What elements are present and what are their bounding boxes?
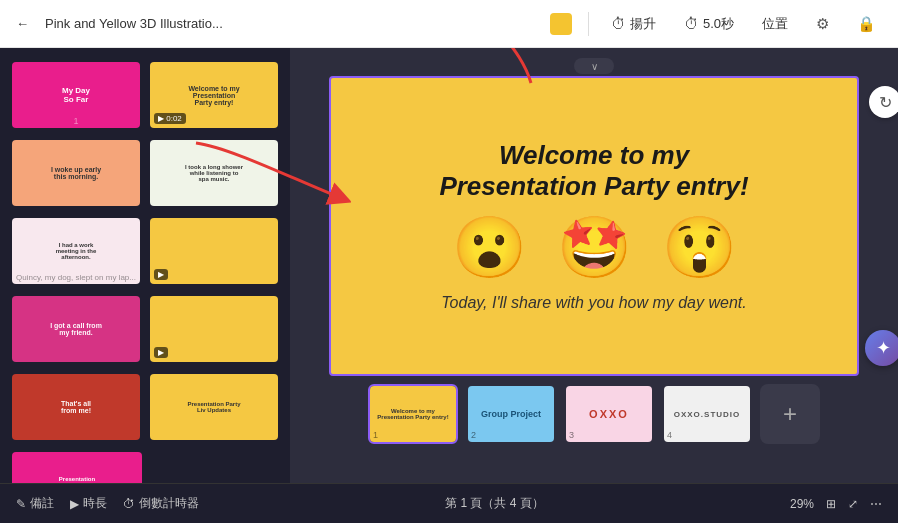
add-slide-button[interactable]: +	[760, 384, 820, 444]
sparkle-button[interactable]: ✦	[865, 330, 898, 366]
duration-icon: ▶	[70, 497, 79, 511]
strip-3-text: OXXO	[587, 406, 631, 422]
slide-7-title: I got a call frommy friend.	[48, 320, 104, 338]
adjust-icon: ⚙	[816, 15, 829, 33]
emoji-3: 😲	[662, 218, 737, 278]
strip-toggle[interactable]: ∨	[574, 58, 614, 74]
slide-thumb-6[interactable]: ▶	[148, 216, 280, 286]
slide-row-4: I got a call frommy friend. ▶	[0, 290, 290, 368]
refresh-button[interactable]: ↻	[869, 86, 898, 118]
notes-icon: ✎	[16, 497, 26, 511]
slide-thumb-10[interactable]: Presentation PartyLiv Updates	[148, 372, 280, 442]
slide-3-title: I woke up earlythis morning.	[49, 164, 103, 182]
slide-9-title: That's allfrom me!	[59, 398, 93, 416]
add-icon: +	[783, 400, 797, 428]
emoji-1: 😮	[452, 218, 527, 278]
play-badge-8: ▶	[154, 347, 168, 358]
more-icon[interactable]: ⋯	[870, 497, 882, 511]
bottom-bar: ✎ 備註 ▶ 時長 ⏱ 倒數計時器 第 1 頁（共 4 頁） 29% ⊞ ⤢ ⋯	[0, 483, 898, 523]
lock-button[interactable]: 🔒	[851, 11, 882, 37]
slide-empty	[150, 450, 280, 483]
strip-4-text: OXXO.STUDIO	[672, 408, 743, 421]
canvas-area: ∨ Wel	[290, 48, 898, 483]
emoji-row: 😮 🤩 😲	[452, 218, 737, 278]
page-info: 第 1 頁（共 4 頁）	[445, 495, 544, 512]
timer-icon: ⏱	[123, 497, 135, 511]
animate-icon: ⏱	[611, 15, 626, 32]
play-badge-6: ▶	[154, 269, 168, 280]
slide-thumb-3[interactable]: I woke up earlythis morning.	[10, 138, 142, 208]
slide-row-3: I had a workmeeting in theafternoon. Qui…	[0, 212, 290, 290]
strip-2-num: 2	[471, 430, 476, 440]
slide-1-title: My DaySo Far	[60, 84, 92, 106]
strip-item-3[interactable]: OXXO 3	[564, 384, 654, 444]
main-area: My DaySo Far 1 Welcome to myPresentation…	[0, 48, 898, 483]
slide-2-title: Welcome to myPresentationParty entry!	[186, 83, 241, 108]
slide-thumb-5[interactable]: I had a workmeeting in theafternoon. Qui…	[10, 216, 142, 286]
bottom-right: 29% ⊞ ⤢ ⋯	[790, 497, 882, 511]
zoom-level: 29%	[790, 497, 814, 511]
slide-thumb-9[interactable]: That's allfrom me!	[10, 372, 142, 442]
slide-10-title: Presentation PartyLiv Updates	[185, 399, 242, 415]
play-badge-2: ▶ 0:02	[154, 113, 186, 124]
notes-label: 備註	[30, 495, 54, 512]
bottom-left: ✎ 備註 ▶ 時長 ⏱ 倒數計時器	[16, 495, 199, 512]
timer-button[interactable]: ⏱ 倒數計時器	[123, 495, 199, 512]
slide-thumb-8[interactable]: ▶	[148, 294, 280, 364]
timer-label: 倒數計時器	[139, 495, 199, 512]
slide-canvas: Welcome to my Presentation Party entry! …	[329, 76, 859, 376]
slide-row-5: That's allfrom me! Presentation PartyLiv…	[0, 368, 290, 446]
animate-label: 揚升	[630, 15, 656, 33]
slide-4-title: I took a long showerwhile listening tosp…	[183, 162, 245, 184]
emoji-2: 🤩	[557, 218, 632, 278]
slide-row-2: I woke up earlythis morning. I took a lo…	[0, 134, 290, 212]
strip-1-num: 1	[373, 430, 378, 440]
time-button[interactable]: ⏱ 5.0秒	[678, 11, 740, 37]
animate-button[interactable]: ⏱ 揚升	[605, 11, 662, 37]
divider	[588, 12, 589, 36]
slide-thumb-4[interactable]: I took a long showerwhile listening tosp…	[148, 138, 280, 208]
slide-panel: My DaySo Far 1 Welcome to myPresentation…	[0, 48, 290, 483]
document-title: Pink and Yellow 3D Illustratio...	[45, 16, 534, 31]
notes-button[interactable]: ✎ 備註	[16, 495, 54, 512]
slide-11-title: PresentationPartyResource Page	[53, 474, 100, 483]
top-toolbar: ← Pink and Yellow 3D Illustratio... ⏱ 揚升…	[0, 0, 898, 48]
strip-item-4[interactable]: OXXO.STUDIO 4	[662, 384, 752, 444]
slide-thumb-7[interactable]: I got a call frommy friend.	[10, 294, 142, 364]
canvas-title: Welcome to my Presentation Party entry!	[439, 140, 748, 202]
clock-icon: ⏱	[684, 15, 699, 32]
slide-1-num: 1	[12, 114, 140, 128]
strip-4-num: 4	[667, 430, 672, 440]
thumbnail-strip: Welcome to myPresentation Party entry! 1…	[300, 376, 888, 448]
adjust-button[interactable]: ⚙	[810, 11, 835, 37]
grid-icon[interactable]: ⊞	[826, 497, 836, 511]
slide-thumb-11[interactable]: PresentationPartyResource Page	[10, 450, 144, 483]
canvas-subtitle: Today, I'll share with you how my day we…	[441, 294, 746, 312]
time-value: 5.0秒	[703, 15, 734, 33]
duration-label: 時長	[83, 495, 107, 512]
color-swatch[interactable]	[550, 13, 572, 35]
slide-thumb-2[interactable]: Welcome to myPresentationParty entry! ▶ …	[148, 60, 280, 130]
red-arrow-1	[471, 48, 571, 88]
strip-item-1[interactable]: Welcome to myPresentation Party entry! 1	[368, 384, 458, 444]
slide-thumb-1[interactable]: My DaySo Far 1	[10, 60, 142, 130]
strip-item-2[interactable]: Group Project 2	[466, 384, 556, 444]
strip-1-text: Welcome to myPresentation Party entry!	[375, 406, 450, 422]
duration-button[interactable]: ▶ 時長	[70, 495, 107, 512]
lock-icon: 🔒	[857, 15, 876, 33]
strip-2-text: Group Project	[479, 407, 543, 421]
position-label: 位置	[762, 15, 788, 33]
slide-row-1: My DaySo Far 1 Welcome to myPresentation…	[0, 56, 290, 134]
slide-row-6: PresentationPartyResource Page	[0, 446, 290, 483]
position-button[interactable]: 位置	[756, 11, 794, 37]
back-button[interactable]: ←	[16, 16, 29, 31]
back-icon: ←	[16, 16, 29, 31]
strip-3-num: 3	[569, 430, 574, 440]
fullscreen-icon[interactable]: ⤢	[848, 497, 858, 511]
slide-5-title: I had a workmeeting in theafternoon.	[54, 240, 99, 262]
